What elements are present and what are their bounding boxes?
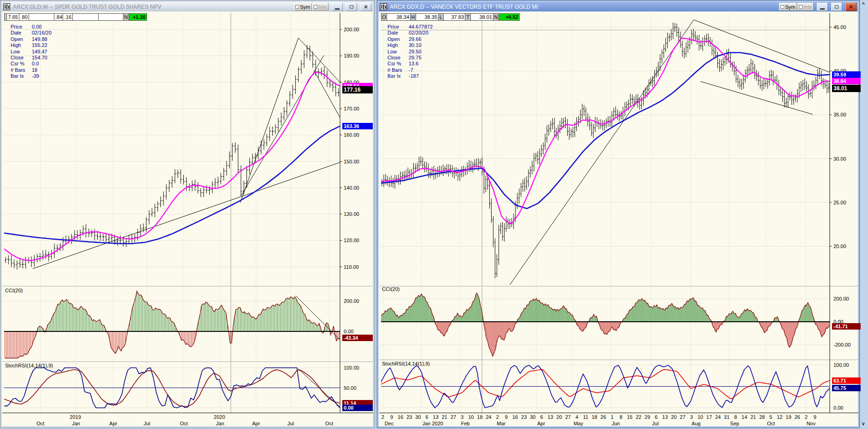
- x-axis-day-label: 3: [461, 414, 463, 420]
- bar-info-value: 18: [32, 67, 37, 73]
- x-axis-day-label: 27: [680, 414, 686, 420]
- x-axis-day-label: 16: [512, 414, 518, 420]
- x-axis-day-label: 3: [690, 414, 693, 420]
- x-axis-month-label: Oct: [180, 421, 188, 426]
- minimize-button[interactable]: [817, 3, 828, 11]
- y-axis-tick: 140.00: [344, 185, 359, 191]
- chart-area-gdx[interactable]: CCI(20) StochRSI(14,14(1),9) 45.0040.003…: [379, 12, 857, 426]
- bar-info-label: Price: [387, 24, 409, 30]
- bar-info-value: 30.10: [409, 42, 422, 48]
- x-axis-day-label: 15: [627, 414, 633, 420]
- workspace-scroll-strip[interactable]: ^ v: [861, 0, 868, 429]
- x-axis-day-label: 18: [592, 414, 597, 420]
- chart-icon: [3, 3, 10, 10]
- x-axis-day-label: 6: [540, 414, 543, 420]
- chart-window-gld[interactable]: ARCX:GLD,W -- SPDR GOLD TRUST GOLD SHARE…: [0, 0, 375, 428]
- x-axis-day-label: 16: [398, 414, 403, 420]
- stochrsi-pane-label: StochRSI(14,14(1),9): [5, 363, 53, 368]
- bar-info-label: High: [387, 42, 409, 48]
- bar-info-value: 0.00: [32, 24, 41, 30]
- bar-info-row: # Bars18: [11, 67, 52, 73]
- y-axis-tick: 30.00: [833, 156, 846, 162]
- bar-info-value: 149.88: [32, 36, 47, 42]
- x-axis-day-label: 12: [777, 414, 782, 420]
- price-chart-svg[interactable]: [2, 12, 373, 429]
- x-axis-month-label: Oct: [767, 421, 775, 426]
- symbol-button[interactable]: Sym: [779, 3, 797, 11]
- x-axis-day-label: 6: [655, 414, 657, 420]
- x-axis-day-label: 14: [742, 414, 747, 420]
- x-axis-day-label: 2: [496, 414, 499, 420]
- close-button[interactable]: ✕: [845, 3, 856, 11]
- last-value-box: 163.36: [342, 123, 373, 129]
- restore-button[interactable]: [831, 3, 842, 11]
- bar-info-label: Bar Ix: [387, 73, 409, 79]
- y-axis-tick: 190.00: [344, 53, 359, 58]
- x-axis-month-label: Sep: [730, 421, 739, 426]
- interval-button-icon: [314, 5, 317, 9]
- x-axis-day-label: 2: [805, 414, 808, 420]
- bar-info-row: Csr %0.0: [11, 61, 52, 67]
- restore-button[interactable]: [346, 3, 357, 11]
- bar-info-value: 154.70: [32, 55, 47, 61]
- close-button[interactable]: ✕: [360, 3, 371, 11]
- bar-info-label: Low: [387, 49, 409, 55]
- chart-window-gdx[interactable]: ARCX:GDX,D -- VANECK VECTORS ETF TRUST G…: [377, 0, 860, 428]
- interval-button-icon: [799, 5, 803, 9]
- x-axis-day-label: 22: [636, 414, 641, 420]
- x-axis-month-label: Jan: [216, 421, 224, 426]
- cci-axis-tick: 200.00: [833, 296, 849, 301]
- quote-cell-net: +0.52: [499, 13, 520, 21]
- x-axis-day-label: 13: [662, 414, 668, 420]
- bar-info-label: Csr %: [387, 61, 409, 67]
- x-axis-month-label: Jul: [144, 421, 150, 426]
- titlebar-gdx[interactable]: ARCX:GDX,D -- VANECK VECTORS ETF TRUST G…: [379, 2, 858, 12]
- x-axis-day-label: 26: [600, 414, 606, 420]
- bar-info-value: 29.66: [409, 36, 422, 42]
- x-axis-month-label: Nov: [806, 421, 815, 426]
- bar-info-row: Bar Ix-187: [387, 73, 433, 79]
- bar-info-value: 149.47: [32, 49, 47, 55]
- interval-button[interactable]: Intv: [798, 3, 814, 11]
- titlebar-gld[interactable]: ARCX:GLD,W -- SPDR GOLD TRUST GOLD SHARE…: [2, 2, 373, 12]
- x-axis-month-label: Oct: [325, 421, 333, 426]
- bar-info-row: Bar Ix-39: [11, 73, 52, 79]
- last-value-box: 177.16: [342, 86, 373, 93]
- y-axis-tick: 45.00: [833, 24, 846, 30]
- interval-button[interactable]: Intv: [312, 3, 328, 11]
- symbol-button[interactable]: Sym: [294, 3, 312, 11]
- symbol-button-icon: [295, 5, 299, 9]
- quote-row: 7.65.80.84.16N+1.20: [4, 13, 147, 21]
- bar-info-row: Csr %13.6: [387, 61, 433, 67]
- x-axis-month-label: Jul: [287, 421, 294, 426]
- cci-pane-label: CCI(20): [382, 286, 400, 292]
- minimize-button[interactable]: [332, 3, 343, 11]
- x-axis-day-label: 23: [521, 414, 527, 420]
- bar-info-row: Close154.70: [11, 55, 52, 61]
- bar-info-row: Price44.677872: [387, 24, 433, 30]
- x-axis-month-label: Jan 2020: [422, 421, 443, 426]
- y-axis-tick: 110.00: [344, 264, 359, 270]
- x-axis-day-label: 10: [698, 414, 703, 420]
- scroll-down-icon[interactable]: v: [862, 421, 865, 426]
- x-axis-day-label: 21: [751, 414, 756, 420]
- x-axis-day-label: 13: [433, 414, 439, 420]
- chart-area-gld[interactable]: CCI(20) StochRSI(14,14(1),9) 200.00190.0…: [2, 12, 372, 426]
- x-axis-month-label: Apr: [252, 421, 260, 426]
- bar-info-block: Price0.00Date02/16/20Open149.88High155.2…: [11, 24, 52, 80]
- y-axis-tick: 160.00: [344, 132, 359, 138]
- x-axis-month-label: May: [574, 421, 583, 426]
- quote-cell-value: .80: [19, 13, 29, 21]
- x-axis-day-label: 20: [671, 414, 676, 420]
- x-axis-day-label: 13: [547, 414, 553, 420]
- bar-info-row: Date02/16/20: [11, 30, 52, 36]
- x-axis-month-label: Jul: [652, 421, 658, 426]
- stochrsi-axis-tick: 100.00: [833, 362, 849, 368]
- price-chart-svg[interactable]: [379, 12, 858, 429]
- bar-info-value: 29.50: [409, 49, 422, 55]
- cci-axis-tick: 200.00: [344, 298, 359, 304]
- symbol-button-icon: [780, 5, 784, 9]
- x-axis-day-label: 27: [451, 414, 456, 420]
- x-axis-day-label: 24: [486, 414, 491, 420]
- scroll-up-icon[interactable]: ^: [862, 2, 865, 7]
